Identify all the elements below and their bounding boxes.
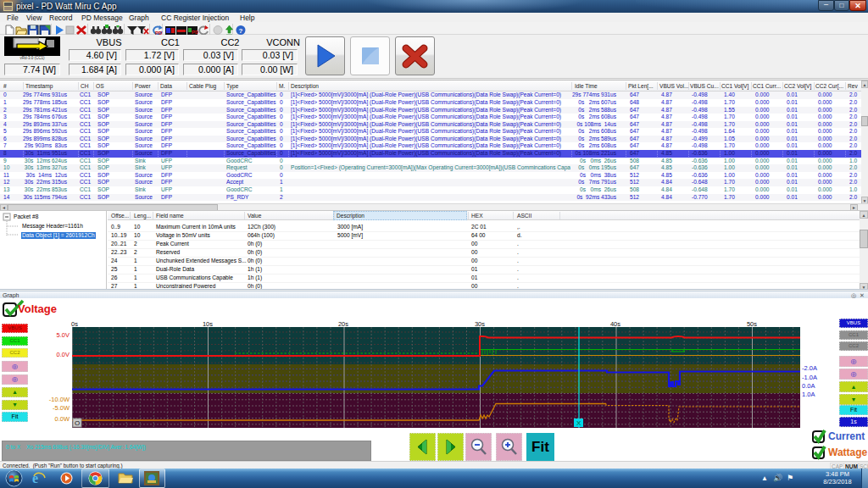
svg-text:?: ? bbox=[239, 27, 243, 35]
svg-text:X: X bbox=[576, 419, 581, 427]
svg-text:O: O bbox=[75, 419, 80, 427]
